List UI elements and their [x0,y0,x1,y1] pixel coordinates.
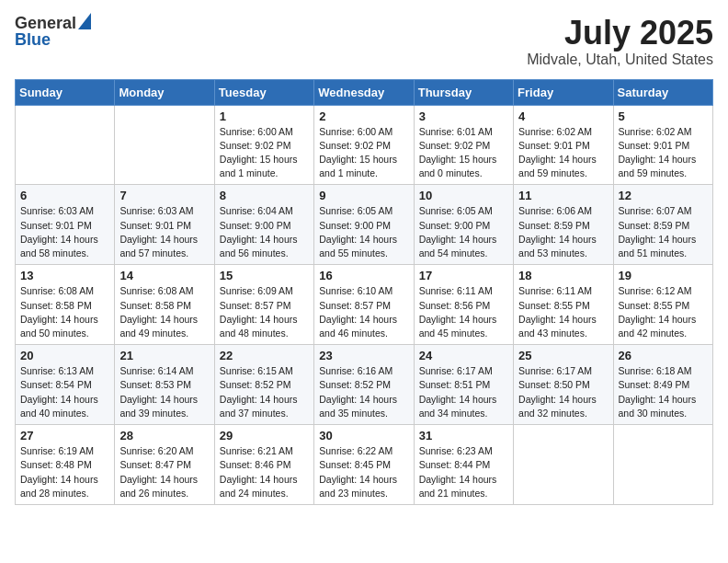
title-block: July 2025 Midvale, Utah, United States [527,15,713,68]
day-number: 12 [619,189,708,202]
day-number: 16 [319,269,408,282]
day-info: Sunrise: 6:12 AMSunset: 8:55 PMDaylight:… [619,284,708,340]
day-number: 6 [20,189,109,202]
calendar-cell: 11Sunrise: 6:06 AMSunset: 8:59 PMDayligh… [514,185,613,265]
day-info: Sunrise: 6:14 AMSunset: 8:53 PMDaylight:… [119,364,209,420]
calendar-cell: 31Sunrise: 6:23 AMSunset: 8:44 PMDayligh… [414,425,513,505]
day-number: 3 [419,109,508,123]
calendar-cell: 13Sunrise: 6:08 AMSunset: 8:58 PMDayligh… [16,265,115,345]
day-info: Sunrise: 6:10 AMSunset: 8:57 PMDaylight:… [319,284,408,340]
day-header-wednesday: Wednesday [314,79,414,105]
calendar-cell [115,105,214,185]
calendar-cell: 15Sunrise: 6:09 AMSunset: 8:57 PMDayligh… [214,265,313,345]
day-number: 26 [619,349,708,362]
day-number: 21 [119,349,209,362]
day-number: 24 [419,349,508,362]
calendar-cell: 25Sunrise: 6:17 AMSunset: 8:50 PMDayligh… [514,345,613,425]
day-header-thursday: Thursday [414,79,513,105]
calendar-cell: 30Sunrise: 6:22 AMSunset: 8:45 PMDayligh… [314,425,414,505]
day-number: 23 [319,349,408,362]
day-info: Sunrise: 6:17 AMSunset: 8:51 PMDaylight:… [419,364,508,420]
day-info: Sunrise: 6:04 AMSunset: 9:00 PMDaylight:… [220,204,309,260]
day-info: Sunrise: 6:07 AMSunset: 8:59 PMDaylight:… [619,204,708,260]
calendar-cell: 1Sunrise: 6:00 AMSunset: 9:02 PMDaylight… [214,105,313,185]
logo-triangle-icon [78,13,91,29]
day-info: Sunrise: 6:09 AMSunset: 8:57 PMDaylight:… [220,284,309,340]
day-info: Sunrise: 6:11 AMSunset: 8:55 PMDaylight:… [518,284,608,340]
day-number: 5 [619,109,708,123]
day-number: 25 [518,349,608,362]
day-number: 31 [419,429,508,442]
calendar-cell: 4Sunrise: 6:02 AMSunset: 9:01 PMDaylight… [514,105,613,185]
day-info: Sunrise: 6:00 AMSunset: 9:02 PMDaylight:… [220,125,309,181]
day-number: 1 [220,109,309,123]
calendar-cell: 29Sunrise: 6:21 AMSunset: 8:46 PMDayligh… [214,425,313,505]
calendar-cell: 20Sunrise: 6:13 AMSunset: 8:54 PMDayligh… [16,345,115,425]
day-number: 28 [119,429,209,442]
calendar-cell [16,105,115,185]
day-info: Sunrise: 6:02 AMSunset: 9:01 PMDaylight:… [518,125,608,181]
day-info: Sunrise: 6:03 AMSunset: 9:01 PMDaylight:… [20,204,109,260]
calendar-header-row: SundayMondayTuesdayWednesdayThursdayFrid… [16,79,713,105]
day-number: 2 [319,109,408,123]
day-number: 27 [20,429,109,442]
calendar-cell: 16Sunrise: 6:10 AMSunset: 8:57 PMDayligh… [314,265,414,345]
day-number: 4 [518,109,608,123]
calendar-cell: 12Sunrise: 6:07 AMSunset: 8:59 PMDayligh… [613,185,712,265]
calendar-cell: 10Sunrise: 6:05 AMSunset: 9:00 PMDayligh… [414,185,513,265]
day-number: 15 [220,269,309,282]
day-number: 29 [220,429,309,442]
logo-blue-text: Blue [15,31,51,48]
day-number: 22 [220,349,309,362]
day-info: Sunrise: 6:20 AMSunset: 8:47 PMDaylight:… [119,444,209,500]
day-number: 10 [419,189,508,202]
logo-general-text: General [15,15,76,31]
page-title: July 2025 [527,15,713,52]
day-info: Sunrise: 6:23 AMSunset: 8:44 PMDaylight:… [419,444,508,500]
day-info: Sunrise: 6:19 AMSunset: 8:48 PMDaylight:… [20,444,109,500]
day-info: Sunrise: 6:05 AMSunset: 9:00 PMDaylight:… [319,204,408,260]
day-info: Sunrise: 6:21 AMSunset: 8:46 PMDaylight:… [220,444,309,500]
day-info: Sunrise: 6:11 AMSunset: 8:56 PMDaylight:… [419,284,508,340]
day-info: Sunrise: 6:13 AMSunset: 8:54 PMDaylight:… [20,364,109,420]
logo: General Blue [15,15,91,48]
day-header-saturday: Saturday [613,79,712,105]
day-number: 19 [619,269,708,282]
calendar-cell [613,425,712,505]
calendar-week-row: 1Sunrise: 6:00 AMSunset: 9:02 PMDaylight… [16,105,713,185]
calendar-cell: 19Sunrise: 6:12 AMSunset: 8:55 PMDayligh… [613,265,712,345]
calendar-cell: 17Sunrise: 6:11 AMSunset: 8:56 PMDayligh… [414,265,513,345]
day-info: Sunrise: 6:16 AMSunset: 8:52 PMDaylight:… [319,364,408,420]
calendar-cell: 18Sunrise: 6:11 AMSunset: 8:55 PMDayligh… [514,265,613,345]
calendar-cell: 21Sunrise: 6:14 AMSunset: 8:53 PMDayligh… [115,345,214,425]
calendar-week-row: 20Sunrise: 6:13 AMSunset: 8:54 PMDayligh… [16,345,713,425]
calendar-cell: 9Sunrise: 6:05 AMSunset: 9:00 PMDaylight… [314,185,414,265]
page-subtitle: Midvale, Utah, United States [527,52,713,68]
calendar-cell: 22Sunrise: 6:15 AMSunset: 8:52 PMDayligh… [214,345,313,425]
day-info: Sunrise: 6:00 AMSunset: 9:02 PMDaylight:… [319,125,408,181]
calendar-table: SundayMondayTuesdayWednesdayThursdayFrid… [15,79,713,505]
calendar-cell: 14Sunrise: 6:08 AMSunset: 8:58 PMDayligh… [115,265,214,345]
day-header-monday: Monday [115,79,214,105]
day-header-tuesday: Tuesday [214,79,313,105]
day-info: Sunrise: 6:01 AMSunset: 9:02 PMDaylight:… [419,125,508,181]
day-number: 18 [518,269,608,282]
day-info: Sunrise: 6:08 AMSunset: 8:58 PMDaylight:… [20,284,109,340]
calendar-week-row: 6Sunrise: 6:03 AMSunset: 9:01 PMDaylight… [16,185,713,265]
calendar-cell: 23Sunrise: 6:16 AMSunset: 8:52 PMDayligh… [314,345,414,425]
calendar-week-row: 13Sunrise: 6:08 AMSunset: 8:58 PMDayligh… [16,265,713,345]
day-info: Sunrise: 6:22 AMSunset: 8:45 PMDaylight:… [319,444,408,500]
calendar-cell: 3Sunrise: 6:01 AMSunset: 9:02 PMDaylight… [414,105,513,185]
day-info: Sunrise: 6:15 AMSunset: 8:52 PMDaylight:… [220,364,309,420]
day-number: 14 [119,269,209,282]
day-number: 13 [20,269,109,282]
calendar-cell: 27Sunrise: 6:19 AMSunset: 8:48 PMDayligh… [16,425,115,505]
day-info: Sunrise: 6:18 AMSunset: 8:49 PMDaylight:… [619,364,708,420]
day-header-friday: Friday [514,79,613,105]
day-info: Sunrise: 6:06 AMSunset: 8:59 PMDaylight:… [518,204,608,260]
day-number: 11 [518,189,608,202]
day-info: Sunrise: 6:03 AMSunset: 9:01 PMDaylight:… [119,204,209,260]
calendar-cell: 5Sunrise: 6:02 AMSunset: 9:01 PMDaylight… [613,105,712,185]
day-info: Sunrise: 6:02 AMSunset: 9:01 PMDaylight:… [619,125,708,181]
calendar-cell: 26Sunrise: 6:18 AMSunset: 8:49 PMDayligh… [613,345,712,425]
